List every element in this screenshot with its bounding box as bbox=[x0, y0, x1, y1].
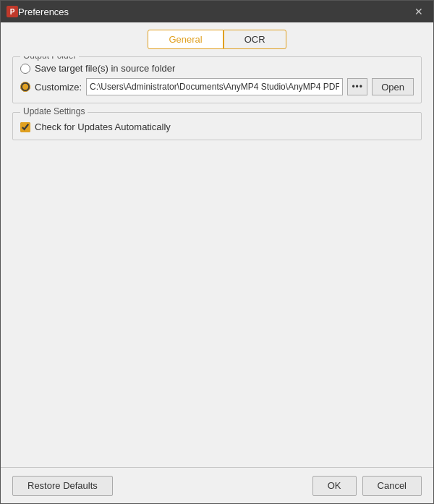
save-source-radio[interactable] bbox=[20, 64, 30, 74]
tab-general[interactable]: General bbox=[148, 30, 223, 49]
save-source-label: Save target file(s) in source folder bbox=[35, 63, 175, 74]
check-updates-label: Check for Updates Automatically bbox=[35, 121, 171, 132]
tab-bar: General OCR bbox=[1, 22, 433, 56]
open-button[interactable]: Open bbox=[372, 78, 414, 95]
customize-label: Customize: bbox=[35, 82, 82, 93]
footer-right-buttons: OK Cancel bbox=[312, 476, 422, 496]
preferences-window: P Preferences ✕ General OCR Output Folde… bbox=[0, 0, 434, 504]
output-folder-section: Output Folder Save target file(s) in sou… bbox=[12, 56, 422, 103]
check-updates-checkbox[interactable] bbox=[20, 122, 30, 132]
customize-path-input[interactable] bbox=[86, 78, 343, 95]
output-folder-label: Output Folder bbox=[20, 56, 79, 61]
customize-row: Customize: ••• Open bbox=[20, 78, 414, 95]
restore-defaults-button[interactable]: Restore Defaults bbox=[12, 476, 113, 496]
content-area: Output Folder Save target file(s) in sou… bbox=[1, 56, 433, 467]
window-title: Preferences bbox=[18, 7, 410, 17]
check-updates-row: Check for Updates Automatically bbox=[20, 121, 414, 132]
title-bar: P Preferences ✕ bbox=[1, 1, 433, 22]
update-settings-section: Update Settings Check for Updates Automa… bbox=[12, 112, 422, 140]
ok-button[interactable]: OK bbox=[312, 476, 357, 496]
customize-radio[interactable] bbox=[20, 82, 30, 92]
footer: Restore Defaults OK Cancel bbox=[1, 467, 433, 503]
update-settings-label: Update Settings bbox=[20, 106, 88, 116]
cancel-button[interactable]: Cancel bbox=[362, 476, 422, 496]
browse-dots-button[interactable]: ••• bbox=[347, 78, 367, 95]
save-source-row: Save target file(s) in source folder bbox=[20, 63, 414, 74]
tab-ocr[interactable]: OCR bbox=[224, 30, 286, 49]
close-button[interactable]: ✕ bbox=[410, 3, 427, 20]
app-icon: P bbox=[7, 6, 18, 17]
